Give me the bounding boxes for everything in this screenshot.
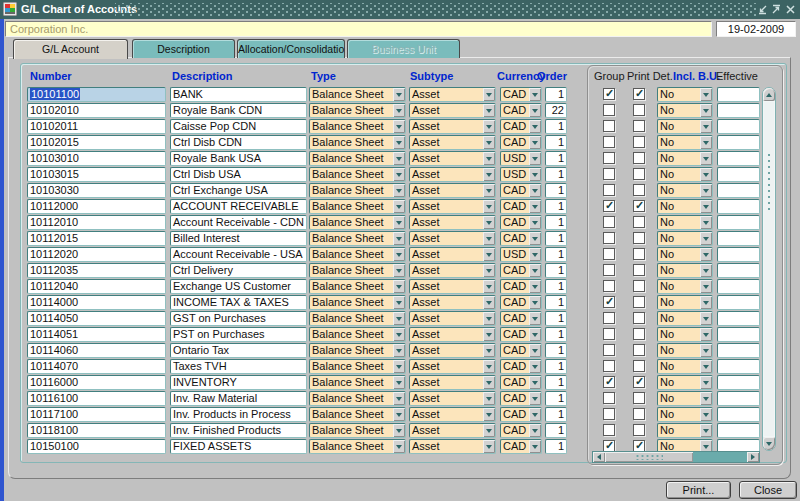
number-field[interactable]: 10112010	[27, 215, 166, 230]
chevron-down-icon[interactable]	[393, 136, 405, 149]
order-field[interactable]: 1	[545, 375, 567, 390]
subtype-dropdown[interactable]: Asset	[409, 215, 496, 230]
group-checkbox[interactable]	[603, 360, 615, 372]
chevron-down-icon[interactable]	[700, 88, 712, 101]
chevron-down-icon[interactable]	[700, 328, 712, 341]
order-field[interactable]: 1	[545, 183, 567, 198]
group-checkbox[interactable]	[603, 152, 615, 164]
type-dropdown[interactable]: Balance Sheet	[309, 343, 406, 358]
number-field[interactable]: 10112035	[27, 263, 166, 278]
chevron-down-icon[interactable]	[393, 408, 405, 421]
type-dropdown[interactable]: Balance Sheet	[309, 311, 406, 326]
type-dropdown[interactable]: Balance Sheet	[309, 231, 406, 246]
chevron-down-icon[interactable]	[393, 440, 405, 453]
incl-bu-dropdown[interactable]: No	[657, 375, 713, 390]
chevron-down-icon[interactable]	[393, 376, 405, 389]
chevron-down-icon[interactable]	[700, 280, 712, 293]
type-dropdown[interactable]: Balance Sheet	[309, 103, 406, 118]
chevron-down-icon[interactable]	[393, 280, 405, 293]
chevron-down-icon[interactable]	[393, 392, 405, 405]
type-dropdown[interactable]: Balance Sheet	[309, 151, 406, 166]
chevron-down-icon[interactable]	[529, 360, 541, 373]
chevron-down-icon[interactable]	[529, 200, 541, 213]
type-dropdown[interactable]: Balance Sheet	[309, 359, 406, 374]
effective-field[interactable]	[717, 103, 760, 118]
number-field[interactable]: 10114050	[27, 311, 166, 326]
subtype-dropdown[interactable]: Asset	[409, 103, 496, 118]
group-checkbox[interactable]	[603, 312, 615, 324]
chevron-down-icon[interactable]	[529, 168, 541, 181]
chevron-down-icon[interactable]	[529, 136, 541, 149]
chevron-down-icon[interactable]	[483, 104, 495, 117]
incl-bu-dropdown[interactable]: No	[657, 279, 713, 294]
chevron-down-icon[interactable]	[529, 344, 541, 357]
currency-dropdown[interactable]: CAD	[500, 407, 542, 422]
print-det-checkbox[interactable]	[633, 152, 645, 164]
type-dropdown[interactable]: Balance Sheet	[309, 279, 406, 294]
chevron-down-icon[interactable]	[483, 328, 495, 341]
number-field[interactable]: 10150100	[27, 439, 166, 454]
chevron-down-icon[interactable]	[529, 408, 541, 421]
group-checkbox[interactable]	[603, 200, 615, 212]
chevron-down-icon[interactable]	[529, 280, 541, 293]
order-field[interactable]: 1	[545, 327, 567, 342]
order-field[interactable]: 1	[545, 439, 567, 454]
order-field[interactable]: 1	[545, 359, 567, 374]
type-dropdown[interactable]: Balance Sheet	[309, 263, 406, 278]
group-checkbox[interactable]	[603, 328, 615, 340]
chevron-down-icon[interactable]	[529, 264, 541, 277]
chevron-down-icon[interactable]	[393, 216, 405, 229]
currency-dropdown[interactable]: CAD	[500, 183, 542, 198]
chevron-down-icon[interactable]	[483, 136, 495, 149]
effective-field[interactable]	[717, 359, 760, 374]
type-dropdown[interactable]: Balance Sheet	[309, 391, 406, 406]
number-field[interactable]: 10112020	[27, 247, 166, 262]
currency-dropdown[interactable]: USD	[500, 151, 542, 166]
chevron-down-icon[interactable]	[483, 232, 495, 245]
subtype-dropdown[interactable]: Asset	[409, 135, 496, 150]
group-checkbox[interactable]	[603, 104, 615, 116]
chevron-down-icon[interactable]	[393, 120, 405, 133]
number-field[interactable]: 10114060	[27, 343, 166, 358]
subtype-dropdown[interactable]: Asset	[409, 375, 496, 390]
currency-dropdown[interactable]: CAD	[500, 231, 542, 246]
type-dropdown[interactable]: Balance Sheet	[309, 375, 406, 390]
effective-field[interactable]	[717, 327, 760, 342]
incl-bu-dropdown[interactable]: No	[657, 359, 713, 374]
chevron-down-icon[interactable]	[700, 376, 712, 389]
order-field[interactable]: 1	[545, 407, 567, 422]
group-checkbox[interactable]	[603, 184, 615, 196]
currency-dropdown[interactable]: CAD	[500, 215, 542, 230]
currency-dropdown[interactable]: CAD	[500, 119, 542, 134]
chevron-down-icon[interactable]	[700, 168, 712, 181]
order-field[interactable]: 1	[545, 135, 567, 150]
group-checkbox[interactable]	[603, 424, 615, 436]
number-field[interactable]: 10102015	[27, 135, 166, 150]
group-checkbox[interactable]	[603, 408, 615, 420]
print-det-checkbox[interactable]	[633, 344, 645, 356]
incl-bu-dropdown[interactable]: No	[657, 295, 713, 310]
chevron-down-icon[interactable]	[529, 376, 541, 389]
currency-dropdown[interactable]: CAD	[500, 343, 542, 358]
currency-dropdown[interactable]: USD	[500, 247, 542, 262]
currency-dropdown[interactable]: USD	[500, 167, 542, 182]
description-field[interactable]: FIXED ASSETS	[170, 439, 307, 454]
incl-bu-dropdown[interactable]: No	[657, 103, 713, 118]
effective-field[interactable]	[717, 279, 760, 294]
chevron-down-icon[interactable]	[483, 168, 495, 181]
print-button[interactable]: Print...	[666, 481, 731, 499]
group-checkbox[interactable]	[603, 168, 615, 180]
currency-dropdown[interactable]: CAD	[500, 279, 542, 294]
incl-bu-dropdown[interactable]: No	[657, 199, 713, 214]
chevron-down-icon[interactable]	[529, 216, 541, 229]
number-field[interactable]: 10118100	[27, 423, 166, 438]
chevron-down-icon[interactable]	[700, 392, 712, 405]
number-field[interactable]: 10101100	[27, 87, 166, 102]
chevron-down-icon[interactable]	[393, 360, 405, 373]
order-field[interactable]: 1	[545, 151, 567, 166]
print-det-checkbox[interactable]	[633, 296, 645, 308]
order-field[interactable]: 1	[545, 295, 567, 310]
subtype-dropdown[interactable]: Asset	[409, 247, 496, 262]
incl-bu-dropdown[interactable]: No	[657, 119, 713, 134]
number-field[interactable]: 10102011	[27, 119, 166, 134]
